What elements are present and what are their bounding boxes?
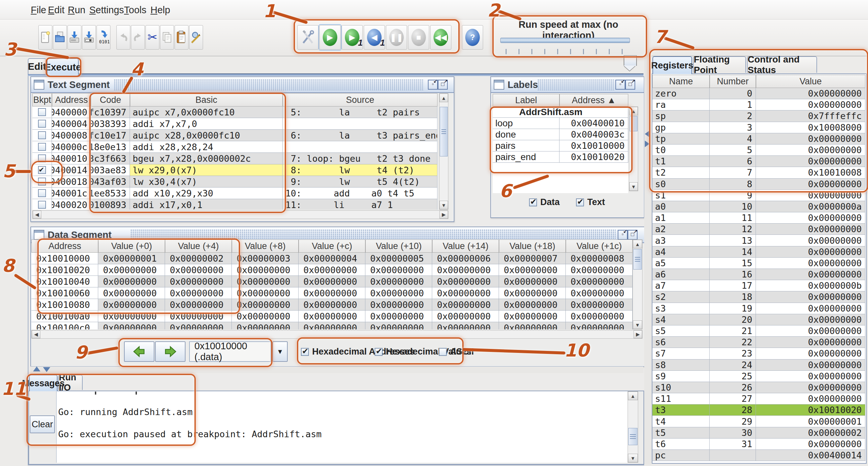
memory-value-cell[interactable]: 0x00000000	[299, 322, 365, 330]
scroll-thumb[interactable]	[633, 249, 642, 270]
minimize-window-button[interactable]: ▫↙	[618, 230, 628, 240]
memory-value-cell[interactable]: 0x00000000	[232, 287, 299, 299]
memory-value-cell[interactable]: 0x00000000	[365, 299, 432, 311]
memory-value-cell[interactable]: 0x00000000	[299, 299, 365, 311]
horizontal-splitter[interactable]	[30, 367, 644, 373]
memory-value-cell[interactable]: 0x00000000	[365, 322, 432, 330]
register-value-cell[interactable]: 0x00000000	[756, 337, 865, 348]
memory-value-cell[interactable]: 0x00000000	[232, 322, 299, 330]
memory-value-cell[interactable]: 0x00000000	[299, 264, 365, 276]
splitter-collapse-up-arrow[interactable]	[33, 367, 40, 371]
data-base-address-dropdown-button[interactable]: ▼	[273, 341, 288, 362]
memory-value-cell[interactable]: 0x00000000	[566, 299, 632, 311]
register-value-cell[interactable]: 0x0000000a	[756, 201, 865, 212]
memory-value-cell[interactable]: 0x00000008	[566, 253, 632, 264]
register-value-cell[interactable]: 0x00000000	[756, 235, 865, 246]
memory-value-cell[interactable]: 0x00000000	[566, 276, 632, 287]
memory-value-cell[interactable]: 0x00000000	[232, 276, 299, 287]
memory-value-cell[interactable]: 0x00000000	[499, 264, 566, 276]
register-value-cell[interactable]: 0x00000000	[756, 348, 865, 359]
save-as-button[interactable]	[82, 25, 96, 50]
undo-button[interactable]	[116, 25, 130, 50]
register-value-cell[interactable]: 0x00000000	[756, 314, 865, 325]
memory-value-cell[interactable]: 0x00000000	[432, 322, 499, 330]
menu-item-help[interactable]: Help	[151, 5, 170, 15]
open-file-button[interactable]	[53, 25, 67, 50]
memory-value-cell[interactable]: 0x00000000	[365, 311, 432, 322]
splitter-collapse-left-arrow[interactable]	[645, 131, 649, 137]
scroll-up-arrow[interactable]: ▲	[439, 94, 448, 102]
column-header-value-8-[interactable]: Value (+8)	[232, 240, 299, 253]
memory-value-cell[interactable]: 0x00000000	[499, 322, 566, 330]
find-replace-button[interactable]	[189, 25, 203, 50]
memory-value-cell[interactable]: 0x00000000	[365, 264, 432, 276]
breakpoint-checkbox[interactable]	[38, 120, 46, 128]
menu-item-tools[interactable]: Tools	[124, 5, 147, 15]
menu-item-edit[interactable]: Edit	[48, 5, 64, 15]
register-value-cell[interactable]: 0x10010020	[756, 404, 865, 416]
register-value-cell[interactable]: 0x0000000b	[756, 280, 865, 291]
register-value-cell[interactable]: 0x00000000	[756, 269, 865, 280]
memory-value-cell[interactable]: 0x00000000	[499, 299, 566, 311]
memory-value-cell[interactable]: 0x00000000	[432, 287, 499, 299]
memory-value-cell[interactable]: 0x00000006	[432, 253, 499, 264]
register-value-cell[interactable]: 0x00000000	[756, 393, 865, 404]
maximize-window-button[interactable]: □↗	[625, 80, 635, 90]
minimize-window-button[interactable]: ▫↙	[428, 80, 438, 90]
scroll-left-arrow[interactable]: ◀	[33, 211, 41, 219]
memory-value-cell[interactable]: 0x00000000	[499, 311, 566, 322]
register-value-cell[interactable]: 0x00000000	[756, 246, 865, 258]
register-value-cell[interactable]: 0x00000000	[756, 360, 865, 371]
register-value-cell[interactable]: 0x00000000	[756, 382, 865, 393]
copy-button[interactable]	[160, 25, 174, 50]
column-header-value-18-[interactable]: Value (+18)	[499, 240, 566, 253]
scroll-up-arrow[interactable]: ▲	[633, 240, 642, 248]
register-value-cell[interactable]: 0x00000000	[756, 212, 865, 224]
text-checkbox[interactable]	[576, 198, 584, 206]
maximize-window-button[interactable]: □↗	[628, 230, 638, 240]
memory-value-cell[interactable]: 0x00000000	[232, 299, 299, 311]
scroll-down-arrow[interactable]: ▼	[633, 320, 642, 329]
register-value-cell[interactable]: 0x00000000	[756, 325, 865, 337]
menu-item-run[interactable]: Run	[68, 5, 85, 15]
memory-value-cell[interactable]: 0x00000004	[299, 253, 365, 264]
data-segment-vscrollbar[interactable]: ▲▼	[632, 240, 643, 330]
register-value-cell[interactable]: 0x00000000	[756, 224, 865, 235]
scroll-down-arrow[interactable]: ▼	[628, 454, 638, 462]
scroll-down-arrow[interactable]: ▼	[439, 201, 448, 209]
text-segment-vscrollbar[interactable]: ▲▼	[439, 93, 448, 210]
scroll-right-arrow[interactable]: ▶	[439, 211, 448, 219]
memory-value-cell[interactable]: 0x00000000	[232, 264, 299, 276]
dump-memory-button[interactable]: 0101	[97, 25, 111, 50]
memory-value-cell[interactable]: 0x00000000	[566, 264, 632, 276]
splitter-collapse-right-arrow[interactable]	[645, 141, 649, 147]
new-file-button[interactable]	[38, 25, 52, 50]
memory-value-cell[interactable]: 0x00000000	[499, 287, 566, 299]
paste-button[interactable]	[175, 25, 188, 50]
scroll-thumb[interactable]	[628, 428, 638, 445]
memory-value-cell[interactable]: 0x00000007	[499, 253, 566, 264]
scroll-left-arrow[interactable]: ◀	[32, 331, 40, 338]
column-header-address-[interactable]: Address ▲	[559, 94, 628, 106]
cut-button[interactable]: ✂	[146, 25, 159, 50]
memory-value-cell[interactable]: 0x00000000	[299, 311, 365, 322]
data-checkbox[interactable]	[529, 198, 537, 206]
register-value-cell[interactable]: 0x00400014	[756, 450, 865, 461]
memory-value-cell[interactable]: 0x00000005	[365, 253, 432, 264]
register-value-cell[interactable]: 0x00000000	[756, 439, 865, 450]
memory-value-cell[interactable]: 0x00000000	[232, 311, 299, 322]
memory-value-cell[interactable]: 0x00000000	[165, 322, 232, 330]
column-header-bkpt[interactable]: Bkpt	[32, 93, 52, 106]
column-header-value-10-[interactable]: Value (+10)	[365, 240, 432, 253]
memory-value-cell[interactable]: 0x00000000	[566, 287, 632, 299]
register-value-cell[interactable]: 0x00000002	[756, 427, 865, 439]
breakpoint-checkbox[interactable]	[38, 131, 46, 139]
column-header-value-14-[interactable]: Value (+14)	[432, 240, 499, 253]
memory-value-cell[interactable]: 0x00000000	[299, 287, 365, 299]
memory-value-cell[interactable]: 0x00000000	[432, 299, 499, 311]
memory-value-cell[interactable]: 0x00000000	[299, 276, 365, 287]
column-header-value-c-[interactable]: Value (+c)	[299, 240, 365, 253]
memory-value-cell[interactable]: 0x00000000	[365, 276, 432, 287]
scroll-up-arrow[interactable]: ▲	[628, 392, 638, 400]
column-header-value-1c-[interactable]: Value (+1c)	[566, 240, 632, 253]
